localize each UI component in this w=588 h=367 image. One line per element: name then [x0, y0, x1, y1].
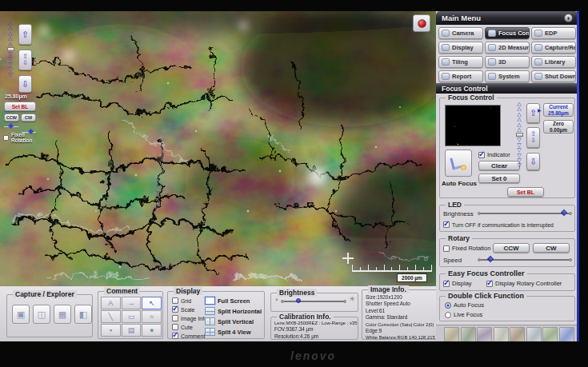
- checkbox-box[interactable]: [443, 245, 450, 252]
- focus-up-button[interactable]: ⇧: [526, 103, 540, 123]
- display-rotary-checkbox[interactable]: Display Rotary Controller: [486, 280, 562, 287]
- set-bl-button[interactable]: Set BL: [507, 187, 544, 197]
- led-brightness-slider[interactable]: [478, 209, 571, 217]
- image-info-checkbox[interactable]: Image Info.: [172, 315, 209, 321]
- tiling-icon: [442, 58, 450, 66]
- comment-shape-button[interactable]: ▭: [122, 310, 142, 323]
- display-checkbox[interactable]: Display: [443, 280, 472, 287]
- ccw-button[interactable]: CCW: [4, 114, 19, 122]
- checkbox-box[interactable]: [172, 297, 178, 304]
- zero-position-button[interactable]: Zero 0.00µm: [543, 120, 574, 134]
- thumbnail-4[interactable]: [494, 327, 509, 342]
- split-horizontal-button[interactable]: Split Horizontal: [205, 307, 262, 315]
- checkbox-box[interactable]: [3, 135, 9, 141]
- focus-step-button[interactable]: ⇧⇩: [526, 127, 540, 148]
- checkbox-box[interactable]: [486, 281, 493, 287]
- set-0-button[interactable]: Set 0: [478, 174, 520, 183]
- image-brightness-slider[interactable]: [282, 297, 346, 305]
- menu-camera-button[interactable]: Camera: [438, 27, 483, 39]
- menu-library-button[interactable]: Library: [531, 56, 576, 68]
- microscope-live-view[interactable]: △ △ △ △ △ ▽ ▽ ▽ ▽ ▽ ⇧ ⇧⇩ ⇩ 25.80µm Set B…: [0, 11, 436, 286]
- set-bl-button[interactable]: Set BL: [4, 102, 36, 111]
- menu-system-button[interactable]: System: [485, 70, 530, 82]
- cute-checkbox[interactable]: Cute: [172, 324, 193, 330]
- comment-pointer-button[interactable]: ↖: [142, 297, 162, 309]
- explorer-button[interactable]: ◧: [74, 305, 92, 324]
- mini-slider-left[interactable]: [4, 124, 18, 130]
- fixed-rotation-checkbox[interactable]: Fixed Rotation: [3, 132, 45, 143]
- full-screen-button[interactable]: Full Screen: [205, 297, 250, 305]
- split-vertical-button[interactable]: Split Vertical: [205, 317, 254, 325]
- scale-checkbox[interactable]: Scale: [172, 306, 195, 313]
- comment-arrow-button[interactable]: →: [122, 297, 142, 309]
- menu-report-button[interactable]: Report: [438, 70, 483, 82]
- menu-edp-button[interactable]: EDP: [531, 27, 576, 39]
- slider-handle[interactable]: [296, 298, 301, 303]
- thumbnail-5[interactable]: [510, 327, 525, 342]
- comment-marker-button[interactable]: ▪: [101, 324, 121, 337]
- checkbox-box[interactable]: [172, 315, 178, 321]
- grid-checkbox[interactable]: Grid: [172, 297, 191, 304]
- thumbnail-3[interactable]: [477, 327, 492, 342]
- cw-button[interactable]: CW: [533, 243, 570, 253]
- slider-handle[interactable]: [561, 209, 567, 216]
- thumbnail-7[interactable]: [542, 327, 558, 342]
- menu-3d-button[interactable]: 3D: [485, 56, 530, 68]
- comment-color-button[interactable]: ●: [142, 324, 162, 337]
- comment-text-button[interactable]: A: [101, 297, 121, 309]
- checkbox-box[interactable]: [172, 324, 178, 330]
- turn-off-checkbox[interactable]: Turn OFF if communication is interrupted: [443, 221, 554, 228]
- rotary-speed-slider[interactable]: [478, 256, 571, 263]
- checkbox-box[interactable]: [172, 333, 178, 339]
- comment-freehand-button[interactable]: ≈: [142, 310, 162, 323]
- ccw-button[interactable]: CCW: [493, 243, 530, 253]
- menu-tiling-button[interactable]: Tiling: [438, 56, 483, 68]
- pan-crosshair-icon[interactable]: [342, 253, 354, 264]
- thumbnail-8[interactable]: [559, 327, 574, 342]
- focus-fine-slider[interactable]: △ △ △ △ △ △ ▽ ▽ ▽ ▽ ▽ ▽: [514, 102, 525, 169]
- split-4-view-button[interactable]: Split 4 View: [205, 328, 251, 336]
- slider-handle[interactable]: [8, 123, 14, 129]
- radio-dot[interactable]: [445, 312, 451, 318]
- focus-up-button[interactable]: ⇧: [18, 24, 32, 45]
- checkbox-box[interactable]: [443, 221, 450, 228]
- capture-button[interactable]: ▣: [12, 305, 30, 324]
- checkbox-label: Grid: [181, 298, 191, 304]
- menu-focus-control-button[interactable]: Focus Control: [485, 27, 530, 39]
- double-click-group: Double Click Function Auto Focus Live Fo…: [439, 296, 575, 321]
- auto-focus-button[interactable]: [445, 150, 472, 177]
- comment-line-button[interactable]: ╲: [101, 310, 121, 323]
- slider-handle[interactable]: [486, 256, 493, 262]
- text-icon: A: [108, 299, 113, 307]
- checkbox-box[interactable]: [478, 152, 485, 158]
- thumbnail-1[interactable]: [444, 327, 459, 342]
- cw-button[interactable]: CW: [21, 114, 36, 122]
- indicator-checkbox[interactable]: Indicator: [478, 151, 510, 158]
- comment-stamp-button[interactable]: ▤: [122, 324, 142, 337]
- checkbox-label: Display Rotary Controller: [495, 280, 562, 287]
- current-position-button[interactable]: Current 25.80µm: [543, 103, 574, 117]
- focus-down-button[interactable]: ⇩: [18, 75, 32, 93]
- focus-fine-slider[interactable]: △ △ △ △ △ ▽ ▽ ▽ ▽ ▽: [5, 21, 16, 78]
- focus-down-button[interactable]: ⇩: [526, 153, 540, 170]
- record-movie-button[interactable]: ▦: [54, 305, 71, 324]
- menu-shut-down-button[interactable]: Shut Down: [531, 70, 576, 82]
- radio-dot[interactable]: [445, 302, 451, 309]
- focus-step-button[interactable]: ⇧⇩: [18, 50, 32, 70]
- quick-capture-button[interactable]: [413, 14, 430, 32]
- menu-capture-rec-button[interactable]: Capture/Rec: [531, 42, 576, 54]
- collapse-menu-button[interactable]: [564, 14, 573, 22]
- menu-display-button[interactable]: Display: [438, 42, 483, 54]
- live-focus-radio[interactable]: Live Focus: [445, 311, 482, 318]
- thumbnail-2[interactable]: [461, 327, 476, 342]
- checkbox-box[interactable]: [443, 281, 450, 287]
- capture-save-button[interactable]: ◫: [33, 305, 50, 324]
- menu-2d-measure-button[interactable]: 2D Measure: [485, 42, 530, 54]
- thumbnail-6[interactable]: [526, 327, 542, 342]
- monitor-brand-logo: lenovo: [290, 349, 336, 362]
- comment-checkbox[interactable]: Comment: [172, 333, 205, 339]
- auto-focus-radio[interactable]: Auto Focus: [445, 301, 484, 309]
- checkbox-box[interactable]: [172, 306, 178, 313]
- zero-value: 0.00µm: [550, 127, 567, 134]
- fixed-rotation-checkbox[interactable]: Fixed Rotation: [443, 245, 490, 252]
